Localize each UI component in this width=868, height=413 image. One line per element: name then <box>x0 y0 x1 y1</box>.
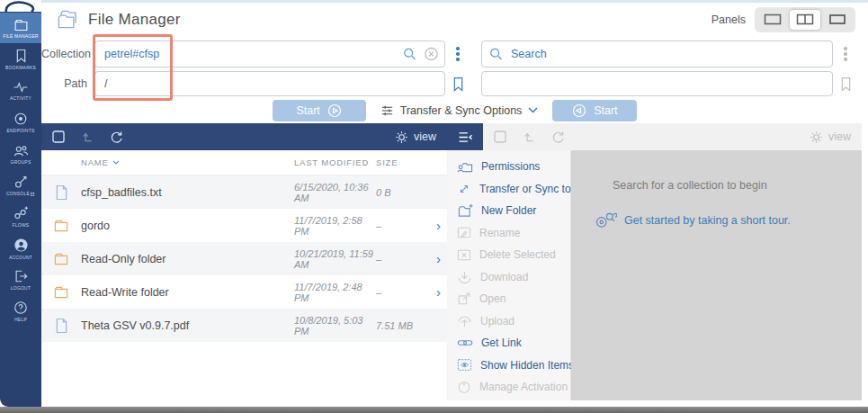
up-one-folder-icon[interactable] <box>522 130 536 143</box>
destination-search-input[interactable] <box>481 40 833 67</box>
transfer-sync-options-button[interactable]: Transfer & Sync Options <box>380 104 539 117</box>
search-icon <box>489 48 503 61</box>
play-left-circle-icon <box>572 103 586 118</box>
sidebar-item-console[interactable]: CONSOLE <box>0 170 41 201</box>
column-header-modified: LAST MODIFIED <box>294 157 376 167</box>
destination-placeholder-panel: Search for a collection to begin Get sta… <box>571 150 862 400</box>
main-area: File Manager Panels Collection <box>41 0 868 407</box>
panel-layout-single-button[interactable] <box>757 10 788 30</box>
destination-region: view Permissions Transfer or Sync to.. <box>447 123 868 400</box>
clear-collection-icon[interactable] <box>424 47 439 62</box>
sidebar-item-help[interactable]: HELP <box>0 296 41 327</box>
file-row[interactable]: Theta GSV v0.9.7.pdf 10/8/2019, 5:03 PM … <box>41 309 447 342</box>
endpoints-icon <box>13 112 28 126</box>
tour-link[interactable]: Get started by taking a short tour. <box>595 211 853 229</box>
panel-layout-split-button[interactable] <box>790 10 820 30</box>
chevron-right-icon[interactable]: › <box>436 252 447 265</box>
menu-item-delete-selected[interactable]: Delete Selected <box>447 244 570 266</box>
bookmark-path-icon[interactable] <box>445 76 470 92</box>
menu-item-rename[interactable]: Rename <box>447 222 570 245</box>
file-row[interactable]: cfsp_badfiles.txt 6/15/2020, 10:36 AM 0 … <box>41 175 447 209</box>
tour-link-label: Get started by taking a short tour. <box>624 214 791 227</box>
chevron-right-icon[interactable]: › <box>436 219 447 232</box>
panels-label: Panels <box>711 13 746 26</box>
menu-item-transfer-or-sync[interactable]: Transfer or Sync to... <box>447 178 570 201</box>
view-label: view <box>414 130 436 143</box>
file-list-header: NAME LAST MODIFIED SIZE <box>41 150 447 175</box>
bookmark-icon <box>15 49 27 63</box>
activity-icon <box>13 81 29 94</box>
transfer-arrows-icon <box>457 182 471 196</box>
globus-app: FILE MANAGER BOOKMARKS ACTIVITY ENDPOINT… <box>0 0 868 407</box>
panel-layout-third-button[interactable] <box>822 10 853 30</box>
account-icon <box>13 238 29 253</box>
sidebar-item-label: LOGOUT <box>11 285 31 291</box>
file-panels: view NAME LAST MODIFIED SIZE cfs <box>41 123 868 400</box>
view-settings-button[interactable]: view <box>810 130 851 144</box>
start-transfer-source-button[interactable]: Start <box>273 100 366 121</box>
menu-item-show-hidden-items[interactable]: Show Hidden Items <box>447 355 570 377</box>
gear-icon <box>810 130 823 144</box>
menu-collapse-button[interactable] <box>447 123 483 150</box>
menu-item-download[interactable]: Download <box>447 266 570 289</box>
window-top-edge <box>41 0 868 3</box>
sidebar-item-flows[interactable]: FLOWS <box>0 202 41 232</box>
transfer-sync-options-label: Transfer & Sync Options <box>400 104 523 117</box>
folder-icon <box>53 219 69 232</box>
folder-row[interactable]: Read-Write folder 11/7/2019, 2:48 PM – › <box>41 275 447 309</box>
power-icon <box>457 380 471 394</box>
globus-logo[interactable] <box>0 0 41 12</box>
sidebar-item-file-manager[interactable]: FILE MANAGER <box>0 13 41 43</box>
source-toolbar: view <box>41 123 447 150</box>
menu-item-get-link[interactable]: Get Link <box>447 332 570 355</box>
tour-icon <box>595 211 617 229</box>
menu-item-upload[interactable]: Upload <box>447 310 570 333</box>
external-link-icon <box>31 192 35 196</box>
destination-kebab-menu-icon[interactable] <box>833 47 858 61</box>
permissions-icon <box>457 159 473 174</box>
file-icon <box>55 184 68 201</box>
sidebar-item-logout[interactable]: LOGOUT <box>0 265 41 295</box>
page-header: File Manager Panels <box>41 0 868 36</box>
path-input[interactable] <box>94 71 445 96</box>
up-one-folder-icon[interactable] <box>80 130 94 143</box>
gear-icon <box>395 130 408 144</box>
view-settings-button[interactable]: view <box>395 130 436 144</box>
panels-control: Panels <box>711 7 855 32</box>
sidebar-item-label: ENDPOINTS <box>7 128 35 133</box>
folder-row[interactable]: Read-Only folder 10/21/2019, 11:59 AM – … <box>41 242 447 275</box>
start-transfer-destination-button[interactable]: Start <box>552 100 637 121</box>
sidebar-item-bookmarks[interactable]: BOOKMARKS <box>0 44 41 75</box>
sidebar-item-endpoints[interactable]: ENDPOINTS <box>0 107 41 138</box>
folder-row[interactable]: gordo 11/7/2019, 2:58 PM – › <box>41 209 447 242</box>
collection-kebab-menu-icon[interactable] <box>445 47 470 61</box>
sliders-icon <box>380 104 394 117</box>
refresh-icon[interactable] <box>110 130 123 144</box>
sidebar-item-groups[interactable]: GROUPS <box>0 139 41 169</box>
collection-input[interactable] <box>94 40 445 67</box>
select-all-checkbox[interactable] <box>52 130 65 143</box>
column-header-name[interactable]: NAME <box>81 157 294 167</box>
menu-item-manage-activation[interactable]: Manage Activation <box>447 376 570 399</box>
sidebar-item-account[interactable]: ACCOUNT <box>0 233 41 264</box>
collection-input-wrap <box>94 40 445 67</box>
menu-item-permissions[interactable]: Permissions <box>447 156 570 178</box>
refresh-icon[interactable] <box>551 130 565 144</box>
bookmark-destination-icon[interactable] <box>833 76 858 92</box>
destination-path-input[interactable] <box>481 71 833 96</box>
menu-item-new-folder[interactable]: New Folder <box>447 200 570 222</box>
sidebar-item-activity[interactable]: ACTIVITY <box>0 76 41 106</box>
chevron-right-icon[interactable]: › <box>436 285 447 299</box>
new-folder-icon <box>457 203 473 218</box>
sidebar-item-label: FLOWS <box>13 222 30 228</box>
menu-item-open[interactable]: Open <box>447 288 570 310</box>
search-icon[interactable] <box>403 48 416 61</box>
folder-icon <box>53 252 69 265</box>
select-all-checkbox[interactable] <box>494 130 506 143</box>
sidebar-item-label: GROUPS <box>11 159 31 165</box>
sidebar: FILE MANAGER BOOKMARKS ACTIVITY ENDPOINT… <box>0 0 41 407</box>
sidebar-item-label: FILE MANAGER <box>3 33 39 39</box>
rename-icon <box>457 226 471 239</box>
start-button-label: Start <box>296 104 319 117</box>
file-icon <box>55 318 68 334</box>
